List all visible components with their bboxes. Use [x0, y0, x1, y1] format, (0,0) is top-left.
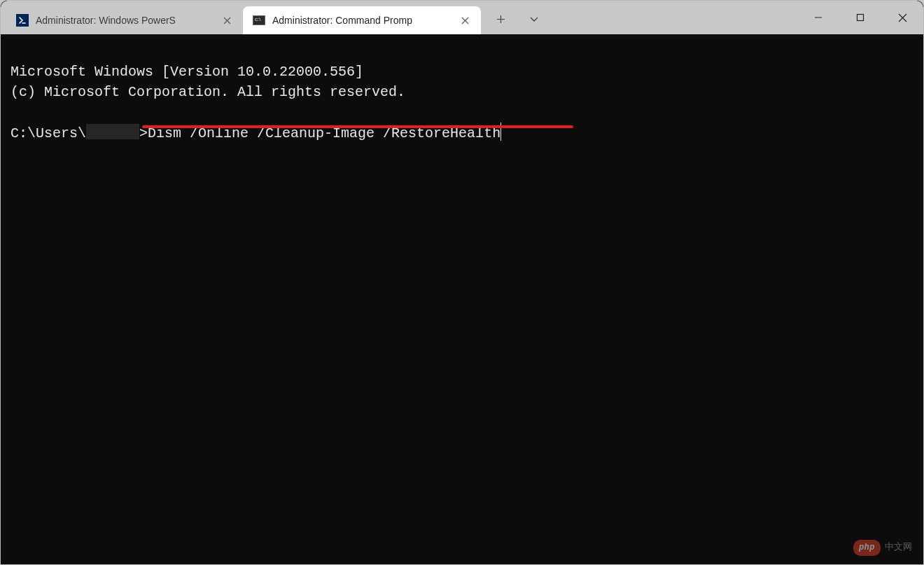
titlebar: Administrator: Windows PowerS c:\ Admini… — [1, 1, 923, 34]
tab-cmd[interactable]: c:\ Administrator: Command Promp — [243, 6, 481, 34]
maximize-button[interactable] — [839, 1, 881, 34]
watermark: php 中文网 — [853, 540, 912, 556]
window-controls — [797, 1, 923, 34]
copyright-line: (c) Microsoft Corporation. All rights re… — [10, 84, 405, 100]
terminal-window: Administrator: Windows PowerS c:\ Admini… — [0, 0, 924, 565]
redacted-username — [86, 124, 139, 139]
tab-actions — [481, 1, 551, 34]
tab-title: Administrator: Command Promp — [272, 15, 450, 26]
cmd-icon: c:\ — [253, 14, 265, 27]
powershell-icon — [16, 14, 29, 27]
tab-dropdown-button[interactable] — [517, 5, 551, 33]
minimize-button[interactable] — [797, 1, 839, 34]
new-tab-button[interactable] — [484, 5, 517, 33]
tab-title: Administrator: Windows PowerS — [36, 15, 212, 26]
tab-powershell[interactable]: Administrator: Windows PowerS — [6, 6, 243, 34]
close-icon[interactable] — [219, 13, 234, 28]
watermark-text: 中文网 — [885, 541, 912, 554]
terminal-content[interactable]: Microsoft Windows [Version 10.0.22000.55… — [1, 34, 923, 564]
version-line: Microsoft Windows [Version 10.0.22000.55… — [10, 64, 363, 80]
red-underline-annotation — [142, 125, 573, 128]
watermark-badge: php — [853, 540, 881, 556]
tab-strip: Administrator: Windows PowerS c:\ Admini… — [6, 1, 481, 34]
close-icon[interactable] — [457, 13, 472, 28]
prompt-prefix: C:\Users\ — [10, 125, 86, 141]
svg-rect-0 — [858, 15, 864, 21]
close-window-button[interactable] — [881, 1, 923, 34]
